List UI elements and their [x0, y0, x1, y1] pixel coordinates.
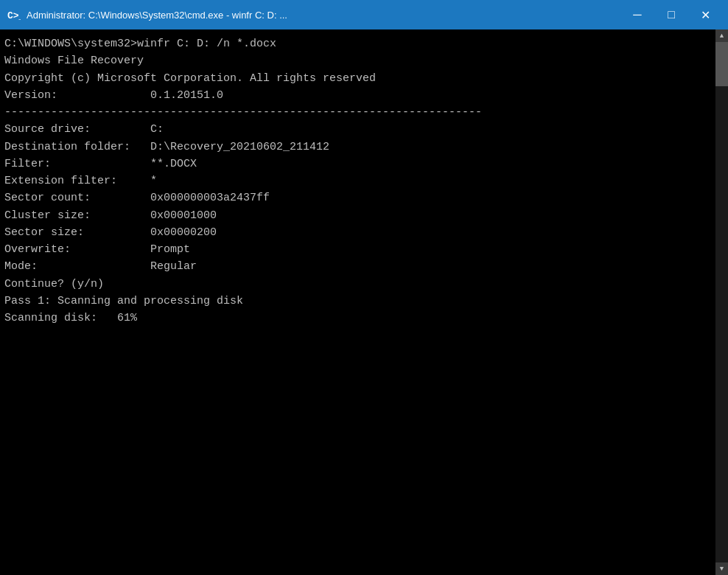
- console-content: C:\WINDOWS\system32>winfr C: D: /n *.doc…: [0, 29, 715, 575]
- cluster: Cluster size: 0x00001000: [4, 207, 711, 224]
- close-button[interactable]: ✕: [688, 0, 722, 29]
- continue: Continue? (y/n): [4, 276, 711, 293]
- svg-text:C>_: C>_: [7, 10, 21, 21]
- version: Version: 0.1.20151.0: [4, 87, 711, 104]
- scrollbar-track[interactable]: [715, 42, 728, 562]
- title: Windows File Recovery: [4, 52, 711, 69]
- sector: Sector count: 0x000000003a2437ff: [4, 189, 711, 206]
- sectorsize: Sector size: 0x00000200: [4, 224, 711, 241]
- title-bar: C>_ Administrator: C:\Windows\System32\c…: [0, 0, 728, 29]
- cmd-prompt: C:\WINDOWS\system32>winfr C: D: /n *.doc…: [4, 35, 711, 52]
- cmd-icon: C>_: [6, 7, 21, 22]
- filter: Filter: **.DOCX: [4, 156, 711, 172]
- window: C>_ Administrator: C:\Windows\System32\c…: [0, 0, 728, 575]
- maximize-button[interactable]: □: [654, 0, 688, 29]
- copyright: Copyright (c) Microsoft Corporation. All…: [4, 70, 711, 87]
- divider: ----------------------------------------…: [4, 104, 711, 121]
- scrollbar-thumb[interactable]: [715, 42, 728, 86]
- scrollbar[interactable]: ▲ ▼: [715, 29, 728, 575]
- console-area: C:\WINDOWS\system32>winfr C: D: /n *.doc…: [0, 29, 728, 575]
- dest: Destination folder: D:\Recovery_20210602…: [4, 139, 711, 156]
- title-bar-controls: ─ □ ✕: [620, 0, 722, 29]
- scanning: Scanning disk: 61%: [4, 310, 711, 327]
- source: Source drive: C:: [4, 121, 711, 138]
- pass1: Pass 1: Scanning and processing disk: [4, 293, 711, 310]
- minimize-button[interactable]: ─: [620, 0, 654, 29]
- window-title: Administrator: C:\Windows\System32\cmd.e…: [27, 10, 620, 21]
- extfilter: Extension filter: *: [4, 172, 711, 189]
- scroll-up-button[interactable]: ▲: [715, 29, 728, 42]
- scroll-down-button[interactable]: ▼: [715, 562, 728, 575]
- overwrite: Overwrite: Prompt: [4, 241, 711, 258]
- mode: Mode: Regular: [4, 258, 711, 275]
